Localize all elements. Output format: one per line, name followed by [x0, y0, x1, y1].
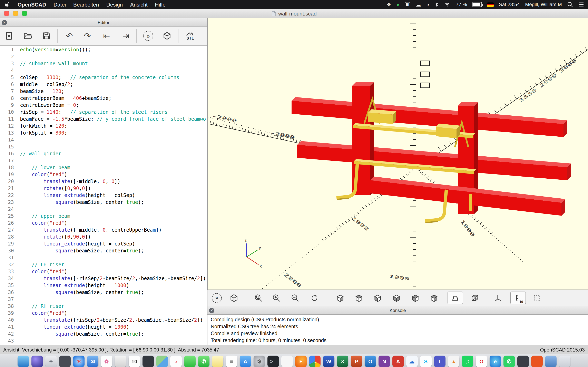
dock-icon-music[interactable]: ♪ — [170, 356, 182, 367]
code-line[interactable]: linear_extrude(height = 1000) — [20, 282, 207, 289]
dock-icon-trash[interactable] — [559, 356, 571, 367]
code-line[interactable]: centreUpperBeam = 406+beamSize; — [20, 95, 207, 102]
zoom-window-button[interactable] — [22, 11, 27, 16]
preview-button[interactable] — [140, 28, 156, 44]
dock-icon-reminders[interactable]: ≡ — [226, 356, 237, 367]
render-button-vp[interactable] — [226, 292, 242, 304]
dock-icon-app-2[interactable] — [31, 356, 43, 367]
view-left-button[interactable] — [389, 292, 404, 304]
code-line[interactable]: beamSize = 120; — [20, 88, 207, 95]
dock-icon-mail[interactable]: ✉ — [87, 356, 98, 367]
dock-icon-app-4[interactable] — [59, 356, 71, 367]
dock-icon-excel[interactable]: X — [337, 356, 348, 367]
menu-item-ansicht[interactable]: Ansicht — [130, 1, 148, 8]
code-line[interactable]: square(beamSize, center=true); — [20, 199, 207, 206]
code-line[interactable]: echo(version=version()); — [20, 47, 207, 53]
code-line[interactable]: color("red") — [20, 171, 207, 178]
dock-icon-firefox[interactable]: F — [295, 356, 307, 367]
undo-button[interactable]: ↶ — [61, 28, 78, 44]
dock-icon-vlc[interactable]: ▲ — [448, 356, 459, 367]
close-window-button[interactable] — [4, 11, 9, 16]
dock-icon-app-20[interactable] — [281, 356, 293, 367]
code-line[interactable]: // LH riser — [20, 261, 207, 268]
battery-icon[interactable] — [472, 2, 482, 7]
apple-menu[interactable] — [5, 1, 10, 8]
dropbox-icon[interactable]: ❖ — [387, 1, 391, 8]
code-line[interactable]: forkSplit = 800; — [20, 130, 207, 137]
keyboard-battery-icon[interactable]: BI — [405, 2, 410, 7]
code-line[interactable]: colSep = 3300; // separation of the conc… — [20, 74, 207, 81]
app-menu-openscad[interactable]: OpenSCAD — [17, 1, 46, 8]
dock-icon-messages[interactable] — [184, 356, 196, 367]
code-line[interactable] — [20, 53, 207, 60]
code-editor[interactable]: 1234567891011121314151617181920212223242… — [0, 46, 207, 345]
menu-item-bearbeiten[interactable]: Bearbeiten — [73, 1, 99, 8]
code-line[interactable] — [20, 296, 207, 303]
menu-user[interactable]: Megill, William M — [525, 2, 562, 7]
wifi-icon[interactable] — [444, 1, 450, 8]
dock-icon-system-preferences[interactable]: ⚙ — [254, 356, 265, 367]
dock-icon-whatsapp[interactable]: ✆ — [503, 356, 515, 367]
orthogonal-button[interactable] — [467, 292, 483, 304]
viewport-3d[interactable]: -2000-20001000200030001000200010001000 — [208, 18, 588, 290]
dock-icon-app-37[interactable] — [517, 356, 529, 367]
view-top-button[interactable] — [351, 292, 367, 304]
dock-icon-safari[interactable]: ✶ — [73, 356, 85, 367]
code-line[interactable]: // upper beam — [20, 213, 207, 220]
code-line[interactable]: linear_extrude(height = colSep) — [20, 241, 207, 248]
code-line[interactable]: color("red") — [20, 310, 207, 317]
dock-icon-app-8[interactable] — [115, 356, 126, 367]
dock-icon-photos[interactable]: ✿ — [101, 356, 112, 367]
cloud-icon[interactable]: ☁ — [416, 1, 421, 8]
dock-icon-word[interactable]: W — [323, 356, 334, 367]
zoom-all-button[interactable] — [251, 292, 266, 304]
dock-icon-facetime[interactable]: ✆ — [198, 356, 209, 367]
dock-icon-skype[interactable]: S — [420, 356, 432, 367]
code-line[interactable]: translate([-risSep/2-beamSize/2,-beamSiz… — [20, 275, 207, 282]
dock-icon-finder[interactable] — [17, 356, 29, 367]
code-lines[interactable]: echo(version=version()); // submarine wa… — [17, 46, 207, 345]
export-stl-button[interactable]: STL — [182, 28, 199, 44]
view-front-button[interactable] — [407, 292, 423, 304]
code-line[interactable]: centreLowerBeam = 0; — [20, 102, 207, 109]
notification-list-icon[interactable] — [578, 1, 584, 8]
code-line[interactable]: color("red") — [20, 220, 207, 227]
code-line[interactable]: // wall girder — [20, 150, 207, 157]
view-all-button[interactable] — [529, 292, 545, 304]
zoom-out-button[interactable] — [287, 292, 303, 304]
dock-icon-onenote[interactable]: N — [379, 356, 390, 367]
green-status-icon[interactable]: ● — [397, 1, 399, 8]
menu-item-datei[interactable]: Datei — [53, 1, 66, 8]
code-line[interactable]: forkWidth = 120; — [20, 123, 207, 130]
reset-view-button[interactable] — [307, 292, 322, 304]
viewport-canvas[interactable]: -2000-20001000200030001000200010001000 — [208, 18, 588, 290]
code-line[interactable] — [20, 67, 207, 74]
console-output[interactable]: Compiling design (CSG Products normaliza… — [208, 315, 588, 345]
bluetooth-icon[interactable] — [435, 1, 439, 8]
open-file-button[interactable] — [20, 28, 36, 44]
code-line[interactable]: translate([risSep/2+beamSize/2,-beamSize… — [20, 317, 207, 324]
code-line[interactable]: // lower beam — [20, 164, 207, 171]
dock-icon-maps[interactable] — [156, 356, 168, 367]
code-line[interactable] — [20, 254, 207, 261]
dock-icon-notes[interactable] — [212, 356, 223, 367]
code-line[interactable] — [20, 338, 207, 345]
new-file-button[interactable] — [1, 28, 17, 44]
console-close-button[interactable] — [209, 308, 214, 313]
code-line[interactable]: square(beamSize, center=true); — [20, 289, 207, 296]
dock-icon-outlook[interactable]: O — [365, 356, 376, 367]
indent-button[interactable]: ⇥ — [118, 28, 134, 44]
dock-icon-calendar[interactable]: 10 — [129, 356, 140, 367]
dock-icon-ac-reader[interactable]: A — [392, 356, 404, 367]
sync-circle-icon[interactable]: ◑ — [426, 1, 429, 8]
preview-button-vp[interactable] — [209, 292, 225, 304]
unindent-button[interactable]: ⇤ — [98, 28, 115, 44]
code-line[interactable]: linear_extrude(height = 1000) — [20, 324, 207, 331]
dock-icon-chrome[interactable]: ○ — [309, 356, 320, 367]
dock-icon-powerpoint[interactable]: P — [351, 356, 362, 367]
dock-icon-edge[interactable]: e — [490, 356, 501, 367]
dock-icon-app-38[interactable] — [531, 356, 543, 367]
dock-icon-terminal[interactable]: >_ — [268, 356, 279, 367]
save-button[interactable] — [38, 28, 55, 44]
code-line[interactable]: color("red") — [20, 268, 207, 275]
